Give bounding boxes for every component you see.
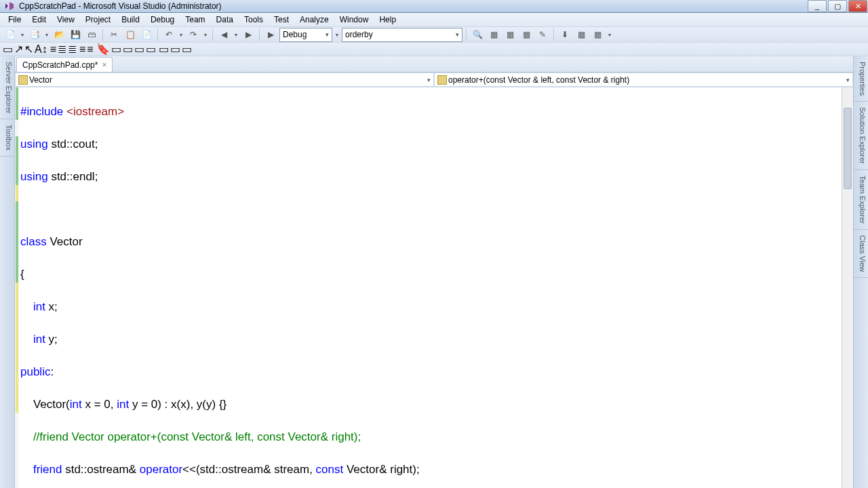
undo-dropdown[interactable]: ▾ (178, 27, 184, 42)
toolbar-icon-2[interactable]: ▦ (502, 27, 517, 42)
config-combo[interactable]: Debug (279, 28, 332, 42)
server-explorer-tab[interactable]: Server Explorer (0, 56, 14, 119)
bookmark-icon[interactable]: 🔖 (96, 43, 110, 56)
paste-icon[interactable]: 📄 (139, 27, 154, 42)
start-debug-icon[interactable]: ▶ (263, 27, 278, 42)
tb2-icon-11[interactable]: ▭ (111, 43, 121, 56)
menu-project[interactable]: Project (80, 13, 116, 26)
copy-icon[interactable]: 📋 (123, 27, 138, 42)
menu-window[interactable]: Window (334, 13, 374, 26)
platform-dropdown[interactable]: ▾ (334, 27, 340, 42)
navigate-forward-icon[interactable]: ▶ (241, 27, 256, 42)
undo-icon[interactable]: ↶ (161, 27, 176, 42)
class-view-tab[interactable]: Class View (854, 230, 868, 278)
toolbox-tab[interactable]: Toolbox (0, 119, 14, 157)
minimize-button[interactable]: _ (808, 0, 827, 12)
toolbar-icon-1[interactable]: ▦ (486, 27, 501, 42)
cut-icon[interactable]: ✂ (106, 27, 121, 42)
scope-combo[interactable]: Vector (15, 73, 434, 87)
properties-tab[interactable]: Properties (854, 56, 868, 102)
member-combo[interactable]: operator+(const Vector & left, const Vec… (434, 73, 853, 87)
save-all-icon[interactable]: 🗃 (84, 27, 99, 42)
window-title: CppScratchPad - Microsoft Visual Studio … (19, 1, 222, 11)
tb2-icon-15[interactable]: ▭ (159, 43, 169, 56)
indent-icon[interactable]: ≣ (58, 43, 66, 56)
redo-dropdown[interactable]: ▾ (202, 27, 209, 42)
save-icon[interactable]: 💾 (68, 27, 83, 42)
team-explorer-tab[interactable]: Team Explorer (854, 170, 868, 230)
new-project-icon[interactable]: 📄 (3, 27, 18, 42)
left-dock: Server Explorer Toolbox (0, 56, 15, 488)
find-combo[interactable]: orderby (342, 28, 462, 42)
menu-bar: File Edit View Project Build Debug Team … (0, 13, 868, 27)
vertical-scrollbar[interactable] (842, 87, 853, 488)
tb2-icon-13[interactable]: ▭ (134, 43, 144, 56)
document-tab[interactable]: CppScratchPad.cpp* × (16, 57, 113, 72)
navigate-back-icon[interactable]: ◀ (216, 27, 231, 42)
code-content[interactable]: #include <iostream> using std::cout; usi… (19, 87, 842, 488)
window-controls: _ ▢ ✕ (807, 0, 868, 12)
tb2-icon-14[interactable]: ▭ (146, 43, 156, 56)
outdent-icon[interactable]: ≣ (68, 43, 77, 56)
new-project-dropdown[interactable]: ▾ (19, 27, 26, 42)
tb2-icon-12[interactable]: ▭ (123, 43, 133, 56)
navigation-bar: Vector operator+(const Vector & left, co… (15, 73, 853, 87)
vs-logo-icon (4, 1, 15, 12)
scrollbar-thumb[interactable] (844, 108, 852, 189)
document-tab-label: CppScratchPad.cpp* (22, 60, 98, 70)
toolbar-dropdown-7[interactable]: ▾ (606, 27, 613, 42)
tb2-icon-2[interactable]: ↗ (14, 43, 23, 56)
tb2-icon-17[interactable]: ▭ (182, 43, 192, 56)
menu-build[interactable]: Build (116, 13, 145, 26)
menu-data[interactable]: Data (211, 13, 239, 26)
menu-edit[interactable]: Edit (26, 13, 52, 26)
menu-analyze[interactable]: Analyze (294, 13, 334, 26)
toolbar-icon-7[interactable]: ▦ (590, 27, 605, 42)
menu-debug[interactable]: Debug (145, 13, 180, 26)
main-toolbar: 📄▾ 📑▾ 📂 💾 🗃 ✂ 📋 📄 ↶▾ ↷▾ ◀▾ ▶ ▶ Debug ▾ o… (0, 27, 868, 43)
tb2-icon-16[interactable]: ▭ (170, 43, 180, 56)
right-dock: Properties Solution Explorer Team Explor… (853, 56, 868, 488)
tb2-icon-9[interactable]: ≡ (87, 43, 93, 56)
menu-file[interactable]: File (3, 13, 26, 26)
navigate-back-dropdown[interactable]: ▾ (233, 27, 239, 42)
toolbar-icon-4[interactable]: ✎ (535, 27, 550, 42)
toolbar-icon-6[interactable]: ▦ (574, 27, 589, 42)
close-button[interactable]: ✕ (848, 0, 867, 12)
document-tab-bar: CppScratchPad.cpp* × (15, 56, 853, 73)
code-editor[interactable]: #include <iostream> using std::cout; usi… (15, 87, 853, 488)
solution-explorer-tab[interactable]: Solution Explorer (854, 102, 868, 170)
close-document-icon[interactable]: × (102, 60, 106, 70)
secondary-toolbar: ▭ ↗ ↖ A↕ ≡ ≣ ≣ ≡ ≡ 🔖 ▭ ▭ ▭ ▭ ▭ ▭ ▭ (0, 43, 868, 56)
tb2-icon-8[interactable]: ≡ (79, 43, 85, 56)
menu-team[interactable]: Team (180, 13, 210, 26)
open-file-icon[interactable]: 📂 (52, 27, 66, 42)
comment-icon[interactable]: ≡ (50, 43, 56, 56)
toolbar-icon-5[interactable]: ⬇ (557, 27, 572, 42)
title-bar: CppScratchPad - Microsoft Visual Studio … (0, 0, 868, 13)
tb2-icon-3[interactable]: ↖ (24, 43, 33, 56)
tb2-icon-1[interactable]: ▭ (3, 43, 13, 56)
menu-tools[interactable]: Tools (239, 13, 269, 26)
menu-view[interactable]: View (52, 13, 80, 26)
maximize-button[interactable]: ▢ (828, 0, 847, 12)
tb2-icon-4[interactable]: A↕ (35, 43, 47, 56)
toolbar-icon-3[interactable]: ▦ (519, 27, 534, 42)
menu-help[interactable]: Help (374, 13, 401, 26)
redo-icon[interactable]: ↷ (186, 27, 201, 42)
menu-test[interactable]: Test (269, 13, 294, 26)
add-item-icon[interactable]: 📑 (27, 27, 42, 42)
add-item-dropdown[interactable]: ▾ (43, 27, 50, 42)
find-in-files-icon[interactable]: 🔍 (470, 27, 485, 42)
